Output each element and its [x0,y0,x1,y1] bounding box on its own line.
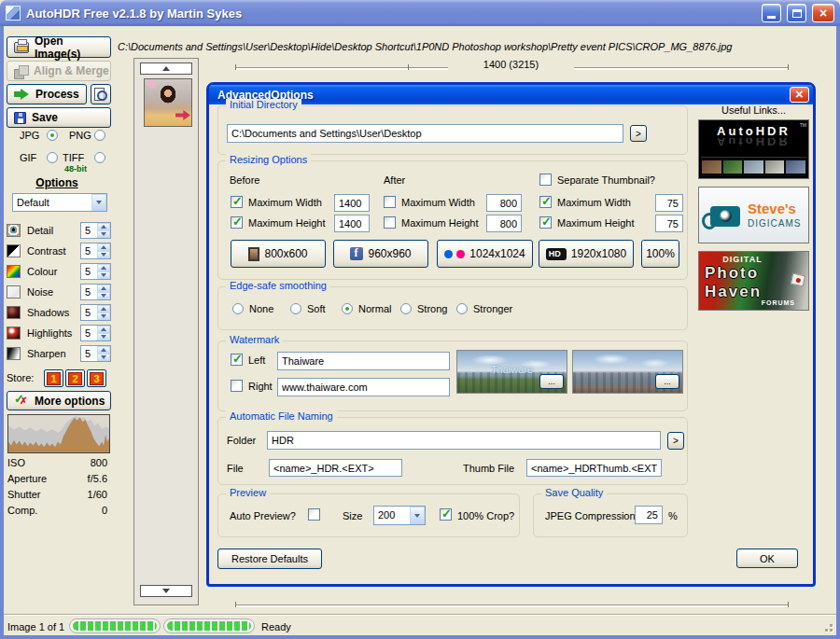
spin-down-button[interactable] [97,271,110,279]
dialog-close-button[interactable] [790,87,809,103]
colour-spinner[interactable]: 5 [80,263,111,280]
options-preset-dropdown[interactable]: Default [12,193,107,212]
watermark-right-label: Right [248,381,273,392]
resize-grip[interactable] [821,620,833,632]
dropdown-arrow-icon[interactable] [410,507,425,524]
folder-input[interactable] [267,431,661,450]
autohdr-banner-link[interactable]: AutoHDR TM AutoHDR [698,119,809,179]
ok-button[interactable]: OK [736,549,798,568]
tiff-radio[interactable] [94,152,105,163]
spin-down-button[interactable] [97,292,110,299]
save-button[interactable]: Save [7,107,111,128]
initial-directory-input[interactable] [227,124,623,143]
spin-up-button[interactable] [97,285,110,292]
watermark-preview-right: ... [572,350,683,394]
comp-value: 0 [51,505,107,516]
photo-haven-banner-link[interactable]: DIGITAL Photo Haven FORUMS [698,251,809,311]
folder-browse-button[interactable]: > [667,432,684,450]
spin-down-button[interactable] [97,251,110,258]
steves-digicams-banner-link[interactable]: Steve's DIGICAMS [698,187,809,243]
preset-100pct-button[interactable]: 100% [641,240,679,268]
jpeg-compression-input[interactable] [635,506,663,524]
spin-up-button[interactable] [97,305,110,313]
before-max-height-checkbox[interactable] [231,216,243,229]
watermark-right-input[interactable] [277,378,450,396]
spin-down-button[interactable] [97,313,110,320]
after-max-width-input[interactable] [486,194,522,212]
smoothing-soft-radio[interactable] [290,303,301,314]
watermark-right-browse-button[interactable]: ... [655,374,679,389]
spin-up-button[interactable] [97,326,110,333]
preset-800x600-button[interactable]: 800x600 [231,240,326,268]
preset-1024x1024-button[interactable]: 1024x1024 [437,240,533,268]
store-slot-3-button[interactable]: 3 [87,369,106,387]
smoothing-strong-radio[interactable] [400,303,412,314]
close-button[interactable]: × [812,4,834,22]
jpg-radio[interactable] [47,130,58,141]
smoothing-none-radio[interactable] [232,303,244,314]
app-window: AutoHDR Free v2.1.8 by Martin Sykes × C:… [0,0,840,639]
more-options-button[interactable]: More options [7,391,111,410]
thumb-max-width-checkbox[interactable] [539,196,552,208]
before-max-height-input[interactable] [334,215,370,232]
spin-up-button[interactable] [97,223,110,230]
dropdown-arrow-icon[interactable] [91,194,106,211]
before-max-width-checkbox[interactable] [231,196,243,208]
preview-size-dropdown[interactable]: 200 [373,506,426,525]
store-slot-1-button[interactable]: 1 [44,369,63,387]
shadows-spinner[interactable]: 5 [80,304,111,321]
preset-960x960-button[interactable]: 960x960 [333,240,428,268]
after-max-height-checkbox[interactable] [384,216,396,229]
image-thumbnail[interactable] [144,78,192,127]
gif-radio[interactable] [47,152,58,163]
watermark-left-checkbox[interactable] [231,354,243,366]
highlights-icon [7,326,21,340]
png-radio[interactable] [94,130,105,141]
open-images-button[interactable]: Open Image(s) [7,36,111,58]
store-slot-2-button[interactable]: 2 [65,369,85,387]
spin-up-button[interactable] [97,264,110,271]
strip-scroll-up-button[interactable] [140,63,192,75]
align-merge-icon [14,65,28,77]
before-max-width-input[interactable] [334,194,370,212]
strip-scroll-down-button[interactable] [140,585,192,597]
spin-down-button[interactable] [97,354,110,361]
noise-spinner[interactable]: 5 [80,284,111,300]
watermark-left-input[interactable] [277,352,450,370]
watermark-left-browse-button[interactable]: ... [539,374,564,389]
thumb-max-width-input[interactable] [655,194,683,212]
spin-down-button[interactable] [97,333,110,340]
sharpen-spinner[interactable]: 5 [80,345,111,362]
crop-100-checkbox[interactable] [440,508,452,521]
highlights-spinner[interactable]: 5 [80,325,111,341]
window-border-right [836,26,840,639]
spin-down-button[interactable] [97,230,110,238]
thumb-max-height-input[interactable] [655,215,683,232]
bottom-slider-track[interactable] [235,604,789,607]
smoothing-normal-radio[interactable] [342,303,353,314]
process-button[interactable]: Process [7,84,87,104]
smoothing-stronger-radio[interactable] [456,303,468,314]
spin-up-button[interactable] [97,346,110,354]
watermark-right-checkbox[interactable] [231,380,243,392]
thumb-file-pattern-input[interactable] [526,459,662,477]
separate-thumbnail-checkbox[interactable] [539,174,552,186]
restore-defaults-button[interactable]: Restore Defaults [217,549,322,569]
before-max-width-label: Maximum Width [248,197,322,208]
thumb-max-height-checkbox[interactable] [539,216,552,229]
preset-1920x1080-button[interactable]: 1920x1080 [539,240,634,268]
spin-up-button[interactable] [97,243,110,251]
maximize-button[interactable] [787,4,806,22]
minimize-button[interactable] [762,4,781,22]
initial-directory-browse-button[interactable]: > [630,125,647,142]
forums-text: FORUMS [762,299,795,306]
after-max-width-checkbox[interactable] [384,196,396,208]
contrast-spinner[interactable]: 5 [80,243,111,259]
file-pattern-input[interactable] [269,459,402,477]
after-max-height-input[interactable] [486,215,522,232]
progress-bar-1 [69,618,161,633]
detail-spinner[interactable]: 5 [80,222,111,239]
preview-magnifier-button[interactable] [91,84,111,104]
auto-preview-checkbox[interactable] [308,508,320,521]
shutter-value: 1/60 [51,489,107,500]
